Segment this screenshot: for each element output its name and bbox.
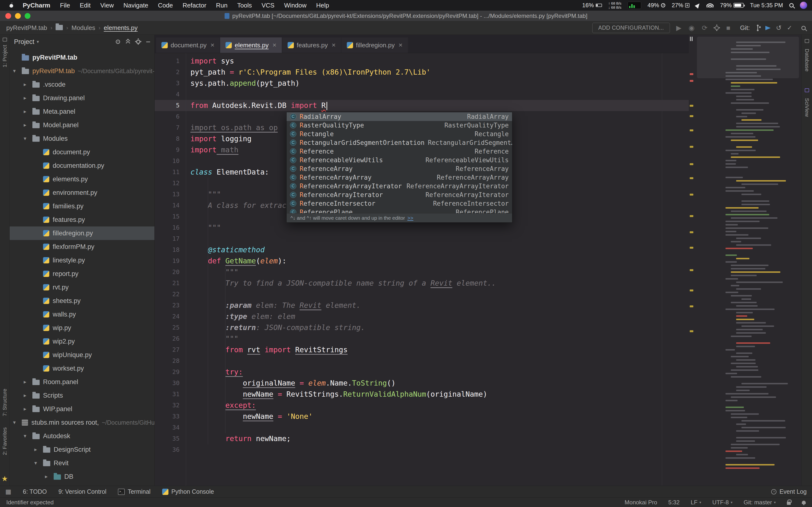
chevron-right-icon[interactable]: ▸ (24, 406, 33, 412)
tree-item-filledregion.py[interactable]: filledregion.py (10, 226, 154, 240)
menu-item-window[interactable]: Window (280, 2, 311, 9)
tab-filledregion.py[interactable]: filledregion.py× (342, 38, 408, 53)
chevron-right-icon[interactable]: ▸ (34, 446, 43, 453)
tree-item-designscript[interactable]: ▸DesignScript (10, 443, 154, 456)
breadcrumb-folder-icon[interactable] (56, 24, 63, 32)
code-line-25[interactable]: :return: JSON-compatible string. (186, 322, 689, 333)
tree-item-autodesk[interactable]: ▾Autodesk (10, 429, 154, 443)
breadcrumb-pyrevitpm.tab[interactable]: pyRevitPM.tab (6, 24, 47, 32)
line-number[interactable]: 23 (155, 300, 186, 311)
completion-item-rasterqualitytype[interactable]: CRasterQualityTypeRasterQualityType (287, 121, 512, 130)
menu-item-pycharm[interactable]: PyCharm (18, 2, 55, 9)
line-number[interactable]: 32 (155, 400, 186, 411)
line-number[interactable]: 9 (155, 145, 186, 156)
tree-item-stubs.min-sources-root-[interactable]: ▾stubs.min sources root,~/Documents/GitH… (10, 416, 154, 429)
breadcrumb-modules[interactable]: Modules (71, 24, 95, 32)
line-number[interactable]: 2 (155, 67, 186, 78)
completion-hint-link[interactable]: >> (407, 215, 413, 221)
line-number[interactable]: 33 (155, 411, 186, 422)
line-number[interactable]: 15 (155, 211, 186, 222)
gear-icon[interactable] (136, 40, 140, 44)
chevron-right-icon[interactable]: ▸ (24, 379, 33, 385)
readonly-lock-icon[interactable] (787, 502, 791, 505)
chevron-right-icon[interactable]: ▸ (24, 392, 33, 399)
zoom-window-button[interactable] (24, 13, 31, 19)
stripe-mark-yellow[interactable] (690, 330, 693, 332)
code-line-22[interactable] (186, 289, 689, 300)
code-line-18[interactable]: @staticmethod (186, 244, 689, 256)
tree-item-document.py[interactable]: document.py (10, 145, 154, 159)
network-throughput[interactable]: ↑ 68 B/s↓ 68 B/s (608, 1, 621, 9)
line-number[interactable]: 21 (155, 278, 186, 289)
menu-item-navigate[interactable]: Navigate (119, 2, 153, 9)
toolstrip-sciview[interactable]: SciView (804, 89, 810, 117)
minimize-window-button[interactable] (15, 13, 21, 19)
line-number[interactable]: 13 (155, 189, 186, 200)
menu-item-vcs[interactable]: VCS (257, 2, 279, 9)
tree-item-drawing.panel[interactable]: ▸Drawing.panel (10, 91, 154, 105)
stripe-mark-yellow[interactable] (690, 289, 693, 291)
code-line-21[interactable]: Try to find a JSON-compatible name strin… (186, 278, 689, 289)
completion-item-radialarray[interactable]: CRadialArrayRadialArray (287, 112, 512, 121)
code-line-35[interactable]: return newName; (186, 433, 689, 444)
line-number[interactable]: 4 (155, 89, 186, 100)
code-line-5[interactable]: from Autodesk.Revit.DB import R (186, 100, 689, 111)
add-configuration-button[interactable]: ADD CONFIGURATION... (592, 23, 670, 33)
run-button[interactable]: ▶ (675, 24, 682, 32)
chevron-right-icon[interactable]: ▸ (24, 81, 33, 88)
stripe-mark-yellow[interactable] (690, 177, 693, 179)
chevron-right-icon[interactable]: ▸ (45, 473, 54, 480)
tree-item-pyrevitpm.tab[interactable]: ▾pyRevitPM.tab~/Documents/GitLab/pyrevit… (10, 64, 154, 78)
line-number[interactable]: 14 (155, 200, 186, 211)
toolstrip-structure[interactable]: 7: Structure (2, 389, 8, 416)
status-theme[interactable]: Monokai Pro (625, 499, 657, 506)
tool-windows-grid-icon[interactable]: ▦ (5, 488, 11, 495)
menu-item-refactor[interactable]: Refactor (178, 2, 211, 9)
close-icon[interactable]: × (210, 41, 214, 49)
collapse-all-icon[interactable] (126, 39, 130, 44)
line-number[interactable]: 8 (155, 133, 186, 145)
code-line-1[interactable]: import sys (186, 56, 689, 67)
toolwindow-python-console[interactable]: Python Console (162, 488, 214, 495)
stripe-mark-yellow[interactable] (690, 129, 693, 131)
code-line-34[interactable] (186, 422, 689, 433)
keyboard-battery-status[interactable]: 16% (582, 2, 602, 9)
completion-item-reference[interactable]: CReferenceReference (287, 147, 512, 156)
tree-item-rvt.py[interactable]: rvt.py (10, 281, 154, 294)
notifications-bell-icon[interactable] (802, 501, 806, 504)
tree-item-sheets.py[interactable]: sheets.py (10, 294, 154, 307)
line-number[interactable]: 5 (155, 100, 186, 111)
tree-item-scripts[interactable]: ▸Scripts (10, 389, 154, 402)
chevron-down-icon[interactable]: ▾ (24, 433, 33, 439)
coverage-button[interactable]: ⟳ (701, 24, 708, 32)
code-line-23[interactable]: :param elem: The Revit element. (186, 300, 689, 311)
line-number[interactable]: 6 (155, 111, 186, 122)
completion-item-rectangle[interactable]: CRectangleRectangle (287, 130, 512, 138)
locate-file-icon[interactable] (116, 40, 120, 44)
siri-icon[interactable] (800, 2, 807, 9)
toolwindow-version-control[interactable]: 9: Version Control (58, 488, 107, 495)
tree-item-modules[interactable]: ▾Modules (10, 132, 154, 145)
menu-item-edit[interactable]: Edit (75, 2, 95, 9)
tab-elements.py[interactable]: elements.py× (220, 38, 282, 53)
line-number[interactable]: 10 (155, 156, 186, 167)
stripe-mark-yellow[interactable] (690, 146, 693, 148)
battery-status[interactable]: 79% (720, 2, 744, 9)
chevron-down-icon[interactable]: ▾ (24, 135, 33, 142)
git-push-icon[interactable] (765, 26, 771, 30)
line-number[interactable]: 20 (155, 267, 186, 278)
chevron-down-icon[interactable]: ▾ (37, 39, 39, 44)
stripe-mark-yellow[interactable] (690, 193, 693, 195)
menu-item-view[interactable]: View (95, 2, 119, 9)
toolstrip-favorites[interactable]: 2: Favorites (2, 427, 8, 455)
tree-item-revit[interactable]: ▾Revit (10, 456, 154, 470)
cpu-percent-status[interactable]: 49% (648, 2, 665, 9)
line-number[interactable]: 12 (155, 178, 186, 189)
code-line-3[interactable]: sys.path.append(pyt_path) (186, 78, 689, 89)
code-line-24[interactable]: :type elem: elem (186, 311, 689, 322)
toolstrip-project[interactable]: 1: Project (2, 45, 8, 67)
search-everywhere-icon[interactable] (801, 26, 806, 30)
tree-item-wipunique.py[interactable]: wipUnique.py (10, 348, 154, 362)
line-number[interactable]: 1 (155, 56, 186, 67)
tree-item-db[interactable]: ▸DB (10, 470, 154, 483)
